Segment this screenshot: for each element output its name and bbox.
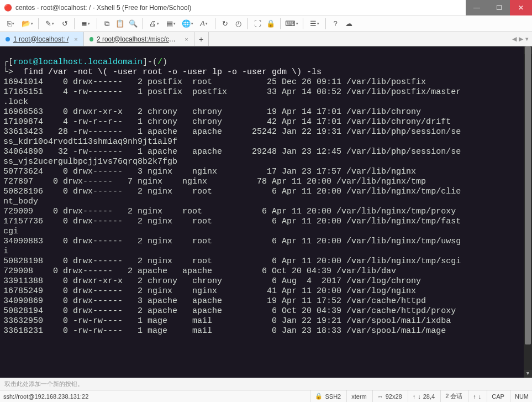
terminal-pane[interactable]: ┌[root@localhost.localdomain]-(/) └> fin… (0, 46, 532, 378)
layout-icon[interactable]: ▤ (164, 18, 178, 29)
main-toolbar: ⎘ 📂 ✎ ↺ ≣ ⧉ 📋 🔍 🖨 ▤ 🌐 A ↻ ◴ ⛶ 🔒 ⌨ ☰ ? ☁ (0, 15, 532, 32)
open-icon[interactable]: 📂 (20, 18, 34, 29)
close-button[interactable]: ✕ (510, 0, 532, 15)
sessions-up-icon: ↑ (473, 393, 476, 400)
prompt-at: @ (33, 58, 38, 67)
window-title: centos - root@localhost: / - Xshell 5 (F… (15, 4, 466, 12)
cursor-down-icon: ↓ (418, 393, 421, 400)
tab-status-icon (89, 37, 93, 41)
about-icon[interactable]: ☁ (343, 18, 354, 29)
status-cursor: 28,4 (423, 393, 435, 400)
app-icon: 🔴 (3, 3, 12, 12)
tab-session-1[interactable]: 1 root@localhost: / × (0, 32, 84, 46)
status-caps: CAP (487, 390, 504, 402)
tab-prev-icon[interactable]: ◀ (512, 35, 517, 43)
new-tab-button[interactable]: + (194, 32, 209, 46)
terminal-scrollbar[interactable]: ▲ ▼ (524, 46, 532, 378)
help-icon[interactable]: ? (330, 18, 341, 29)
keyboard-icon[interactable]: ⌨ (285, 18, 299, 29)
terminal-command: find /var -not \( -user root -o -user lp… (13, 67, 322, 77)
status-sessions: 2 会话 (440, 390, 462, 402)
refresh-icon[interactable]: ↻ (219, 18, 230, 29)
properties-icon[interactable]: ≣ (78, 18, 93, 29)
sessions-down-icon: ↓ (478, 393, 482, 400)
session-tabbar: 1 root@localhost: / × 2 root@localhost:/… (0, 32, 532, 46)
terminal-output: 16941014 0 drwx------ 2 postfix root 25 … (3, 77, 529, 336)
window-titlebar: 🔴 centos - root@localhost: / - Xshell 5 … (0, 0, 532, 15)
tab-menu-icon[interactable]: ▾ (525, 35, 529, 43)
tab-status-icon (6, 37, 10, 41)
tab-session-2[interactable]: 2 root@localhost:/misc/cd/Pa... × (84, 32, 194, 46)
prompt-host: localhost.localdomain (38, 58, 143, 67)
status-num: NUM (510, 390, 529, 402)
highlight-icon[interactable]: ✎ (43, 18, 57, 29)
status-size: 92x28 (386, 393, 402, 400)
scrollbar-thumb[interactable] (525, 46, 531, 344)
status-term: xterm (346, 390, 367, 402)
tab-close-icon[interactable]: × (185, 36, 188, 43)
find-icon[interactable]: 🔍 (128, 18, 139, 29)
paste-icon[interactable]: 📋 (114, 18, 125, 29)
copy-icon[interactable]: ⧉ (101, 18, 112, 29)
status-bar: ssh://root@192.168.238.131:22 🔒SSH2 xter… (0, 390, 532, 402)
cursor-up-icon: ↑ (413, 393, 416, 400)
quick-button-bar[interactable]: 双击此处添加一个新的按钮。 (0, 378, 532, 390)
lock-icon[interactable]: 🔒 (265, 18, 276, 29)
font-icon[interactable]: A (197, 18, 211, 29)
quick-button-hint: 双击此处添加一个新的按钮。 (4, 380, 83, 388)
prompt-arrow: └> (3, 67, 13, 77)
fullscreen-icon[interactable]: ⛶ (252, 18, 263, 29)
tab-next-icon[interactable]: ▶ (519, 35, 523, 43)
print-icon[interactable]: 🖨 (147, 18, 161, 29)
reconnect-icon[interactable]: ↺ (59, 18, 70, 29)
prompt-bracket: ┌[ (3, 58, 13, 67)
compass-icon[interactable]: ◴ (233, 18, 244, 29)
status-connection: ssh://root@192.168.238.131:22 (3, 393, 304, 400)
tab-label: 1 root@localhost: / (13, 35, 69, 43)
minimize-button[interactable]: — (466, 0, 488, 15)
tools-icon[interactable]: ☰ (307, 18, 322, 29)
tab-label: 2 root@localhost:/misc/cd/Pa... (97, 35, 179, 43)
maximize-button[interactable]: ☐ (488, 0, 510, 15)
prompt-end: ) (162, 58, 167, 67)
scroll-down-icon[interactable]: ▼ (524, 370, 532, 378)
prompt-cwd: / (157, 58, 162, 67)
globe-icon[interactable]: 🌐 (180, 18, 194, 29)
new-session-icon[interactable]: ⎘ (3, 18, 18, 29)
ssh-icon: 🔒 (315, 393, 323, 400)
size-icon: ↔ (377, 393, 383, 400)
prompt-bracket-close: ]-( (143, 58, 157, 67)
status-ssh: SSH2 (325, 393, 341, 400)
tab-close-icon[interactable]: × (74, 36, 77, 43)
prompt-user: root (13, 58, 33, 67)
